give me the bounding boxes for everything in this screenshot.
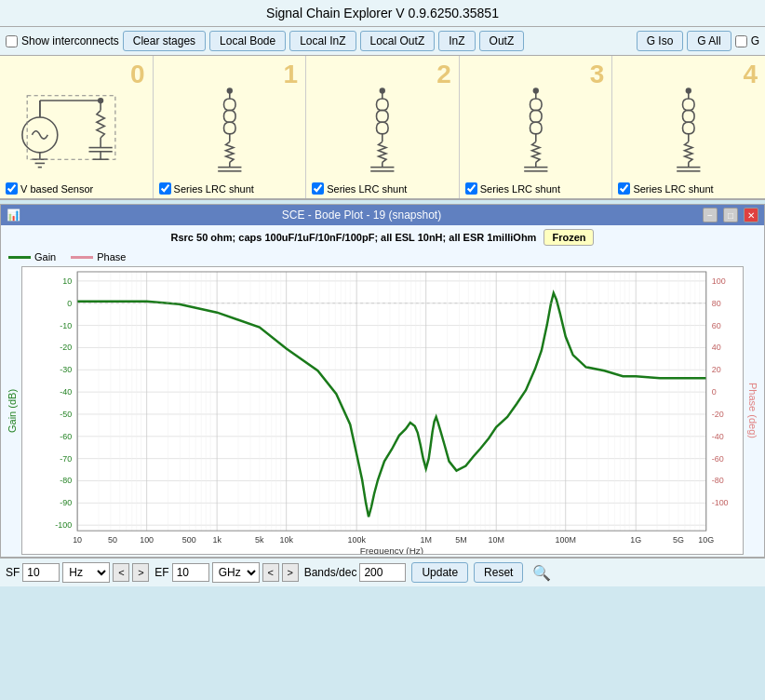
svg-text:1M: 1M xyxy=(420,535,431,545)
g-all-button[interactable]: G All xyxy=(687,31,731,51)
stage-checkbox-4[interactable] xyxy=(618,182,630,195)
outz-button[interactable]: OutZ xyxy=(479,31,525,51)
bode-description: Rsrc 50 ohm; caps 100uF/1uF/10nF/100pF; … xyxy=(1,225,764,249)
bands-input[interactable] xyxy=(359,563,406,582)
svg-text:50: 50 xyxy=(108,535,117,545)
sf-next-button[interactable]: > xyxy=(132,563,149,582)
show-interconnects-label[interactable]: Show interconnects xyxy=(6,34,119,47)
y-axis-right-label: Phase (deg) xyxy=(744,266,760,555)
svg-text:-70: -70 xyxy=(60,454,72,464)
svg-text:500: 500 xyxy=(182,535,196,545)
gain-label: Gain xyxy=(34,251,56,262)
stage-panel-1[interactable]: 1 Series LRC shunt xyxy=(154,56,307,198)
stage-panel-3[interactable]: 3 Series LRC shunt xyxy=(460,56,613,198)
sf-prev-button[interactable]: < xyxy=(113,563,129,582)
local-outz-button[interactable]: Local OutZ xyxy=(360,31,436,51)
g-iso-button[interactable]: G Iso xyxy=(637,31,684,51)
stage-number-4: 4 xyxy=(743,60,758,89)
ef-prev-button[interactable]: < xyxy=(262,563,279,582)
svg-text:0: 0 xyxy=(712,387,717,397)
update-button[interactable]: Update xyxy=(411,562,468,583)
svg-text:-20: -20 xyxy=(712,410,724,419)
stage-label-3[interactable]: Series LRC shunt xyxy=(465,182,560,195)
bottom-bar: SF Hz kHz MHz < > EF GHz MHz kHz < > Ban… xyxy=(0,558,765,586)
inz-button[interactable]: InZ xyxy=(438,31,475,51)
frozen-badge: Frozen xyxy=(544,229,594,246)
ef-field: EF GHz MHz kHz < > xyxy=(154,562,298,583)
show-interconnects-checkbox[interactable] xyxy=(6,35,18,47)
y-axis-left-label: Gain (dB) xyxy=(5,266,21,555)
svg-text:-10: -10 xyxy=(60,321,72,330)
bode-desc-text: Rsrc 50 ohm; caps 100uF/1uF/10nF/100pF; … xyxy=(171,232,537,243)
svg-text:-90: -90 xyxy=(60,498,72,507)
g-checkbox[interactable] xyxy=(735,35,747,47)
local-inz-button[interactable]: Local InZ xyxy=(289,31,356,51)
ef-label: EF xyxy=(154,566,168,579)
search-icon[interactable]: 🔍 xyxy=(532,564,551,582)
phase-label: Phase xyxy=(97,251,126,262)
maximize-button[interactable]: □ xyxy=(723,208,738,222)
svg-text:1G: 1G xyxy=(630,535,641,545)
svg-text:10k: 10k xyxy=(279,535,293,545)
svg-text:10: 10 xyxy=(73,535,82,545)
svg-text:100: 100 xyxy=(712,276,726,286)
stage-checkbox-1[interactable] xyxy=(159,182,171,195)
svg-text:-60: -60 xyxy=(60,432,72,441)
gain-line-color xyxy=(8,256,31,259)
stage-panel-0[interactable]: 0 xyxy=(0,56,154,198)
svg-text:10M: 10M xyxy=(489,535,504,545)
stage-label-0[interactable]: V based Sensor xyxy=(6,182,93,195)
title-bar: Signal Chain Explorer V 0.9.6250.35851 xyxy=(0,0,765,27)
svg-text:-30: -30 xyxy=(60,365,72,374)
stage-number-2: 2 xyxy=(436,60,451,89)
svg-point-15 xyxy=(98,97,103,102)
svg-text:40: 40 xyxy=(712,343,721,352)
bands-label: Bands/dec xyxy=(304,566,357,579)
stage-label-1[interactable]: Series LRC shunt xyxy=(159,182,254,195)
sf-label: SF xyxy=(6,566,20,579)
stage-checkbox-0[interactable] xyxy=(6,182,18,195)
svg-text:60: 60 xyxy=(712,321,721,330)
reset-button[interactable]: Reset xyxy=(474,562,523,583)
svg-text:100k: 100k xyxy=(347,535,366,545)
svg-text:100M: 100M xyxy=(556,535,576,545)
ef-input[interactable] xyxy=(172,563,209,582)
minimize-button[interactable]: − xyxy=(703,208,718,222)
local-bode-button[interactable]: Local Bode xyxy=(209,31,286,51)
stage-circuit-0 xyxy=(4,81,149,174)
ef-next-button[interactable]: > xyxy=(282,563,299,582)
stage-label-2[interactable]: Series LRC shunt xyxy=(312,182,407,195)
phase-line-color xyxy=(71,256,93,259)
legend-gain: Gain xyxy=(8,251,56,262)
bode-title: SCE - Bode Plot - 19 (snapshot) xyxy=(26,209,697,222)
clear-stages-button[interactable]: Clear stages xyxy=(123,31,206,51)
stage-label-4[interactable]: Series LRC shunt xyxy=(618,182,713,195)
stage-circuit-4 xyxy=(616,81,761,174)
svg-text:5M: 5M xyxy=(455,535,466,545)
stage-circuit-1 xyxy=(157,81,302,174)
svg-text:5G: 5G xyxy=(673,535,684,545)
stage-checkbox-2[interactable] xyxy=(312,182,324,195)
app-title: Signal Chain Explorer V 0.9.6250.35851 xyxy=(266,6,499,20)
ef-unit-select[interactable]: GHz MHz kHz xyxy=(212,562,260,583)
bode-icon: 📊 xyxy=(7,209,20,222)
sf-unit-select[interactable]: Hz kHz MHz xyxy=(62,562,110,583)
svg-text:10: 10 xyxy=(62,276,72,286)
sf-input[interactable] xyxy=(22,563,60,582)
sf-field: SF Hz kHz MHz < > xyxy=(6,562,149,583)
svg-text:80: 80 xyxy=(712,299,721,308)
stage-panel-4[interactable]: 4 Series LRC shunt xyxy=(612,56,765,198)
stage-checkbox-3[interactable] xyxy=(465,182,477,195)
close-button[interactable]: ✕ xyxy=(744,208,758,222)
svg-text:100: 100 xyxy=(140,535,154,545)
plot-legend: Gain Phase xyxy=(1,249,764,264)
svg-text:-40: -40 xyxy=(60,387,72,397)
bode-plot-svg[interactable]: 10 0 -10 -20 -30 -40 -50 -60 -70 -80 -90… xyxy=(21,266,744,555)
svg-text:-60: -60 xyxy=(712,454,724,464)
g-checkbox-label[interactable]: G xyxy=(735,34,759,47)
svg-text:5k: 5k xyxy=(255,535,264,545)
stage-number-3: 3 xyxy=(590,60,605,89)
svg-text:-100: -100 xyxy=(55,520,72,530)
stage-panel-2[interactable]: 2 Series LRC shunt xyxy=(306,56,460,198)
main-toolbar: Show interconnects Clear stages Local Bo… xyxy=(0,27,765,56)
